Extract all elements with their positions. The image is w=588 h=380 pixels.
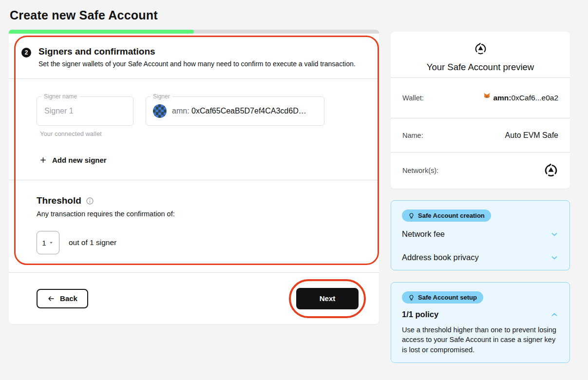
signer-address-label: Signer <box>151 93 172 100</box>
plus-icon <box>39 156 47 164</box>
chevron-down-icon <box>550 230 559 239</box>
arrow-left-icon <box>47 295 55 303</box>
add-new-signer-label: Add new signer <box>52 156 107 164</box>
chevron-up-icon <box>550 310 559 319</box>
setup-badge: Safe Account setup <box>402 291 483 304</box>
threshold-select[interactable]: 1 <box>37 231 59 254</box>
signers-form: Signer name Your connected wallet Signer… <box>9 79 379 180</box>
tip-card-creation: Safe Account creation Network fee Addres… <box>391 200 570 270</box>
preview-header: Your Safe Account preview <box>391 32 570 77</box>
step-footer: Back Next <box>9 273 379 324</box>
threshold-selected-value: 1 <box>42 239 46 247</box>
policy-title: 1/1 policy <box>402 310 438 319</box>
wallet-label: Wallet: <box>402 94 424 102</box>
chevron-down-icon <box>550 253 559 262</box>
policy-description: Use a threshold higher than one to preve… <box>402 325 559 355</box>
create-safe-page: Create new Safe Account 2 Signers and co… <box>9 8 570 363</box>
safe-preview-card: Your Safe Account preview Wallet: <box>391 32 570 189</box>
signer-name-prefix: amn: <box>172 107 190 115</box>
signer-address-value: 0xCaf65CeaB5D7ef4CA3cd6D… <box>191 107 306 115</box>
policy-accordion[interactable]: 1/1 policy <box>402 310 559 319</box>
name-label: Name: <box>402 132 423 139</box>
threshold-title: Threshold <box>37 195 81 206</box>
signer-name-input[interactable] <box>37 97 133 125</box>
metamask-fox-icon <box>483 92 491 99</box>
threshold-section: Threshold Any transaction requires the c… <box>9 180 379 273</box>
step-header-text: Signers and confirmations Set the signer… <box>38 46 356 78</box>
page-title: Create new Safe Account <box>10 8 570 22</box>
annotation-highlight-next: Next <box>289 279 366 318</box>
autonomys-network-logo-icon <box>474 42 487 56</box>
lightbulb-icon <box>408 294 415 301</box>
preview-title: Your Safe Account preview <box>391 62 570 73</box>
preview-name-row: Name: Auto EVM Safe <box>391 118 570 152</box>
step-header: 2 Signers and confirmations Set the sign… <box>9 34 379 79</box>
back-button[interactable]: Back <box>37 289 88 308</box>
network-auto-evm-icon <box>544 163 558 178</box>
progress-bar-fill <box>9 30 194 34</box>
tip-card-setup: Safe Account setup 1/1 policy Use a thre… <box>391 282 570 363</box>
networks-label: Network(s): <box>402 167 438 174</box>
wallet-name-prefix: amn: <box>493 94 511 102</box>
step-title: Signers and confirmations <box>38 46 356 57</box>
wallet-address-text: amn:0xCaf6...e0a2 <box>493 94 558 102</box>
main-column: 2 Signers and confirmations Set the sign… <box>9 30 379 363</box>
wallet-value: amn:0xCaf6...e0a2 <box>489 94 558 102</box>
safe-name-value: Auto EVM Safe <box>505 131 558 140</box>
lightbulb-icon <box>408 212 415 219</box>
threshold-description: Any transaction requires the confirmatio… <box>37 210 367 218</box>
step-description: Set the signer wallets of your Safe Acco… <box>38 60 356 68</box>
setup-badge-label: Safe Account setup <box>418 294 477 301</box>
wallet-address-value: 0xCaf6...e0a2 <box>511 94 558 102</box>
signer-address-field[interactable]: Signer amn: 0xCaf65CeaB5D7ef4CA3cd6D… <box>146 96 324 126</box>
next-button[interactable]: Next <box>296 288 359 309</box>
info-icon[interactable] <box>86 197 94 205</box>
preview-networks-row: Network(s): <box>391 152 570 189</box>
signer-name-label: Signer name <box>41 93 79 100</box>
signer-address-text: amn: 0xCaf65CeaB5D7ef4CA3cd6D… <box>172 107 306 115</box>
address-book-privacy-label: Address book privacy <box>402 253 479 262</box>
address-book-privacy-accordion[interactable]: Address book privacy <box>402 253 559 262</box>
add-new-signer-button[interactable]: Add new signer <box>37 154 110 166</box>
creation-badge-label: Safe Account creation <box>418 212 485 219</box>
creation-badge: Safe Account creation <box>402 209 491 222</box>
network-fee-label: Network fee <box>402 229 445 239</box>
signer-name-helper: Your connected wallet <box>40 130 133 137</box>
signer-identicon <box>153 104 167 118</box>
back-button-label: Back <box>60 294 77 303</box>
sidebar-column: Your Safe Account preview Wallet: <box>391 32 570 363</box>
signer-name-group: Signer name Your connected wallet <box>37 96 133 137</box>
progress-bar <box>9 30 379 34</box>
preview-wallet-row: Wallet: amn:0xCaf6...e0a2 <box>391 77 570 118</box>
signer-name-field[interactable]: Signer name <box>37 96 133 126</box>
step-number-badge: 2 <box>21 48 31 57</box>
signers-step-card: 2 Signers and confirmations Set the sign… <box>9 34 379 324</box>
network-fee-accordion[interactable]: Network fee <box>402 229 559 239</box>
threshold-suffix: out of 1 signer <box>69 238 116 247</box>
caret-down-icon <box>48 240 54 246</box>
